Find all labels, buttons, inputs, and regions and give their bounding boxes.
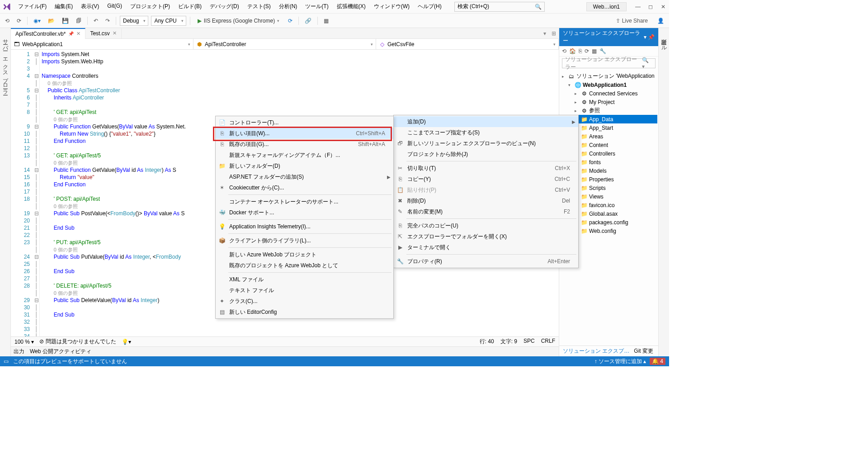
ctx-item[interactable]: ✖削除(D)Del <box>394 195 578 206</box>
ctx-item[interactable]: ▤新しい EditorConfig <box>216 307 393 317</box>
nav-class[interactable]: ⬢ApiTestController <box>193 39 376 49</box>
ctx-item[interactable]: ⇱エクスプローラーでフォルダーを開く(X) <box>394 231 578 242</box>
indent-indicator[interactable]: SPC <box>524 338 535 345</box>
ctx-item[interactable]: ▶ターミナルで開く <box>394 242 578 253</box>
ctx-item[interactable]: ここまでスコープ指定する(S) <box>394 127 578 138</box>
ctx-item[interactable]: 追加(D)▶ <box>394 116 578 127</box>
ctx-item[interactable]: コンテナー オーケストレーターのサポート... <box>216 196 393 207</box>
ctx-item[interactable]: 🔧プロパティ(R)Alt+Enter <box>394 256 578 267</box>
ctx-item[interactable]: ✎名前の変更(M)F2 <box>394 206 578 217</box>
tree-node[interactable]: ▸⚙Connected Services <box>560 89 657 98</box>
ctx-item[interactable]: プロジェクトから除外(J) <box>394 149 578 160</box>
ctx-item[interactable]: 既存のプロジェクトを Azure WebJob として <box>216 260 393 271</box>
tree-node[interactable]: ▸⚙My Project <box>560 98 657 106</box>
new-project-button[interactable]: ◉▾ <box>31 16 43 25</box>
menu-Git(G)[interactable]: Git(G) <box>104 1 126 12</box>
notification-badge[interactable]: 🔔4 <box>650 358 665 365</box>
menu-デバッグ(D)[interactable]: デバッグ(D) <box>206 1 243 12</box>
nav-member[interactable]: ◇GetCsvFile <box>376 39 559 49</box>
back-button[interactable]: ⟲ <box>3 16 12 25</box>
menu-ビルド(B)[interactable]: ビルド(B) <box>175 1 205 12</box>
output-tab[interactable]: 出力 <box>14 348 24 355</box>
ctx-item[interactable]: 📄コントローラー(T)... <box>216 117 393 128</box>
ctx-item[interactable]: ASP.NET フォルダーの追加(S)▶ <box>216 171 393 182</box>
menu-ヘルプ(H)[interactable]: ヘルプ(H) <box>414 1 445 12</box>
tab-overflow-button[interactable]: ▾ <box>541 30 549 37</box>
home-icon[interactable]: 🏠 <box>569 48 576 54</box>
solution-selector[interactable]: Web…ion1 <box>586 2 627 11</box>
menu-編集(E)[interactable]: 編集(E) <box>51 1 76 12</box>
right-strip-item[interactable]: 診断ツール <box>659 33 669 356</box>
source-control-button[interactable]: ↑ ソース管理に追加 ▴ <box>594 358 646 365</box>
tree-node[interactable]: ▸🗂ソリューション 'WebApplication <box>560 72 657 80</box>
search-box[interactable]: 検索 (Ctrl+Q) 🔍 <box>454 2 545 12</box>
doc-tab[interactable]: Test.csv✕ <box>85 28 121 38</box>
ctx-item[interactable]: ⎘既存の項目(G)...Shift+Alt+A <box>216 139 393 150</box>
redo-button[interactable]: ↷ <box>103 16 112 25</box>
ctx-item[interactable]: ✦クラス(C)... <box>216 296 393 307</box>
tab-add-button[interactable]: ⊞ <box>549 30 559 37</box>
tab-git-changes[interactable]: Git 変更 <box>634 347 653 355</box>
line-indicator[interactable]: 行: 40 <box>480 338 494 345</box>
menu-ウィンドウ(W)[interactable]: ウィンドウ(W) <box>370 1 413 12</box>
pin-icon[interactable]: ▾ 📌 <box>644 34 655 40</box>
sync-icon[interactable]: ⎘ <box>579 48 582 54</box>
tree-node[interactable]: ▾🌐WebApplication1 <box>560 80 657 89</box>
issues-indicator[interactable]: ⊘ 問題は見つかりませんでした <box>39 338 116 345</box>
menu-プロジェクト(P)[interactable]: プロジェクト(P) <box>127 1 174 12</box>
col-indicator[interactable]: 文字: 9 <box>500 338 517 345</box>
browser-button[interactable]: ▦ <box>321 16 331 25</box>
show-all-icon[interactable]: ▦ <box>592 48 597 54</box>
ctx-item[interactable]: 🐳Docker サポート... <box>216 207 393 218</box>
undo-button[interactable]: ↶ <box>91 16 100 25</box>
tab-solution-explorer[interactable]: ソリューション エクスプ… <box>563 347 629 355</box>
menu-表示(V)[interactable]: 表示(V) <box>77 1 103 12</box>
ctx-item[interactable]: 📁新しいフォルダー(D) <box>216 161 393 171</box>
ctx-item[interactable]: テキスト ファイル <box>216 285 393 296</box>
close-icon[interactable]: ✕ <box>113 30 117 36</box>
browser-link-button[interactable]: 🔗 <box>302 16 314 25</box>
ctx-item[interactable]: ⎘新しい項目(W)...Ctrl+Shift+A <box>216 128 393 139</box>
nav-project[interactable]: 🗔WebApplication1 <box>11 39 193 49</box>
menu-分析(N)[interactable]: 分析(N) <box>275 1 301 12</box>
close-icon[interactable]: ✕ <box>76 31 80 37</box>
solution-search[interactable]: ソリューション エクスプローラー 🔍 ▾ <box>562 58 656 68</box>
menu-ファイル(F)[interactable]: ファイル(F) <box>14 1 50 12</box>
ctx-item[interactable]: ✂切り取り(T)Ctrl+X <box>394 163 578 174</box>
forward-button[interactable]: ⟳ <box>14 16 24 25</box>
eol-indicator[interactable]: CRLF <box>541 338 555 345</box>
maximize-button[interactable]: ◻ <box>647 4 654 10</box>
ctx-item[interactable]: 📦クライアント側のライブラリ(L)... <box>216 235 393 246</box>
minimize-button[interactable]: — <box>635 4 641 10</box>
left-strip-item[interactable]: サーバー エクスプローラー <box>0 33 10 356</box>
ctx-item[interactable]: ⎘コピー(Y)Ctrl+C <box>394 174 578 184</box>
refresh-button[interactable]: ⟳ <box>286 16 295 25</box>
ctx-item[interactable]: ✶Cookiecutter から(C)... <box>216 182 393 193</box>
run-button[interactable]: ▶IIS Express (Google Chrome)▾ <box>194 16 283 25</box>
close-button[interactable]: ✕ <box>660 4 666 10</box>
ctx-item[interactable]: XML ファイル <box>216 274 393 285</box>
feedback-button[interactable]: 👤 <box>655 16 666 25</box>
zoom-combo[interactable]: 100 % ▾ <box>14 339 34 345</box>
lightbulb-icon[interactable]: 💡▾ <box>122 339 131 345</box>
save-all-button[interactable]: 🗐 <box>74 16 84 25</box>
menu-テスト(S)[interactable]: テスト(S) <box>244 1 274 12</box>
open-button[interactable]: 📂 <box>46 16 57 25</box>
ctx-item[interactable]: 新しい Azure WebJob プロジェクト <box>216 249 393 260</box>
back-icon[interactable]: ⟲ <box>562 48 566 54</box>
tree-node[interactable]: ▸⚙参照 <box>560 106 657 115</box>
menu-拡張機能(X)[interactable]: 拡張機能(X) <box>333 1 369 12</box>
fold-column[interactable]: ⊟│⊟│⊟││││⊟│││││⊟│││││⊟│││││⊟│││││⊟││││││… <box>33 50 40 336</box>
refresh-icon[interactable]: ⟳ <box>585 48 589 54</box>
ctx-item[interactable]: 新規スキャフォールディングアイテム（F）... <box>216 150 393 161</box>
platform-combo[interactable]: Any CPU <box>151 16 186 26</box>
ctx-item[interactable]: 🗗新しいソリューション エクスプローラーのビュー(N) <box>394 138 578 149</box>
doc-tab[interactable]: ApiTestController.vb*📌✕ <box>11 28 85 39</box>
ctx-item[interactable]: 💡Application Insights Telemetry(I)... <box>216 221 393 232</box>
live-share-button[interactable]: ⇪ Live Share <box>616 18 648 24</box>
pin-icon[interactable]: 📌 <box>68 31 74 36</box>
properties-icon[interactable]: 🔧 <box>599 48 606 54</box>
save-button[interactable]: 💾 <box>60 16 71 25</box>
output-tab[interactable]: Web 公開アクティビティ <box>30 348 91 355</box>
menu-ツール(T)[interactable]: ツール(T) <box>302 1 332 12</box>
